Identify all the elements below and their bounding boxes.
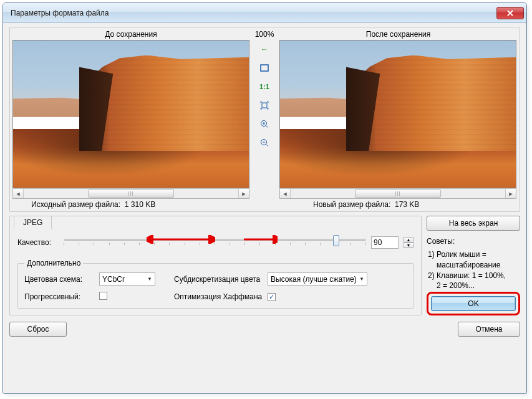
after-hscrollbar[interactable]: ◄ ► [279, 188, 516, 199]
chevron-down-icon: ▼ [147, 276, 152, 282]
advanced-legend: Дополнительно [24, 259, 83, 267]
quality-slider[interactable] [64, 234, 366, 251]
zoom-percent: 100% [249, 30, 279, 39]
before-hscrollbar[interactable]: ◄ ► [12, 188, 249, 199]
svg-rect-1 [262, 103, 267, 108]
zoom-out-icon[interactable] [259, 137, 270, 148]
cancel-button[interactable]: Отмена [458, 322, 520, 337]
original-size-label: Исходный размер файла: [31, 200, 120, 209]
label-after: После сохранения [279, 30, 517, 39]
quality-spin-up[interactable]: ▲ [404, 237, 414, 243]
tips-text: 1) Ролик мыши = масштабирование 2) Клави… [427, 249, 520, 291]
quality-input[interactable] [371, 236, 399, 249]
after-image[interactable] [279, 40, 516, 188]
settings-panel: JPEG Качество: ▲ ▼ [9, 216, 422, 315]
window-title: Параметры формата файла [11, 9, 496, 17]
before-image[interactable] [12, 40, 249, 188]
tab-jpeg[interactable]: JPEG [14, 216, 52, 229]
reset-button[interactable]: Сброс [9, 322, 67, 337]
scroll-right-icon[interactable]: ► [238, 189, 249, 198]
close-button[interactable] [496, 7, 524, 19]
scroll-right-icon[interactable]: ► [505, 189, 516, 198]
back-icon[interactable]: ← [259, 44, 270, 55]
scroll-left-icon[interactable]: ◄ [13, 189, 24, 198]
side-panel: На весь экран Советы: 1) Ролик мыши = ма… [427, 216, 520, 315]
progressive-label: Прогрессивный: [24, 292, 99, 301]
new-size-value: 173 KB [395, 200, 419, 209]
colorspace-value: YCbCr [102, 275, 125, 284]
subsampling-value: Высокая (лучше сжатие) [271, 275, 357, 284]
scroll-thumb[interactable] [88, 190, 174, 198]
huffman-label: Оптимизация Хаффмана [174, 292, 268, 301]
slider-thumb[interactable] [333, 235, 339, 246]
colorspace-dropdown[interactable]: YCbCr▼ [99, 272, 155, 286]
quality-spin-down[interactable]: ▼ [404, 243, 414, 248]
fullscreen-button[interactable]: На весь экран [427, 216, 520, 231]
zoom-in-icon[interactable] [259, 118, 270, 130]
colorspace-label: Цветовая схема: [24, 275, 99, 284]
progressive-checkbox[interactable] [99, 292, 107, 300]
titlebar: Параметры формата файла [3, 3, 526, 23]
huffman-checkbox[interactable] [268, 293, 276, 301]
preview-toolbar: ← 1:1 [249, 40, 279, 148]
subsampling-dropdown[interactable]: Высокая (лучше сжатие)▼ [268, 272, 367, 286]
fit-icon[interactable] [259, 62, 270, 74]
dialog-window: Параметры формата файла До сохранения 10… [2, 2, 527, 394]
advanced-group: Дополнительно Цветовая схема: YCbCr▼ Суб… [17, 259, 414, 309]
original-size-value: 1 310 KB [125, 200, 155, 209]
preview-panel: До сохранения 100% После сохранения ◄ ► [9, 27, 520, 212]
scroll-thumb[interactable] [355, 190, 441, 198]
scroll-left-icon[interactable]: ◄ [280, 189, 291, 198]
close-icon [507, 10, 513, 16]
actual-size-icon[interactable]: 1:1 [259, 81, 270, 92]
label-before: До сохранения [12, 30, 249, 39]
new-size-label: Новый размер файла: [313, 200, 390, 209]
tips-title: Советы: [427, 237, 520, 246]
quality-label: Качество: [17, 238, 59, 247]
chevron-down-icon: ▼ [359, 276, 364, 282]
fullscreen-icon[interactable] [259, 100, 270, 111]
subsampling-label: Субдискретизация цвета [174, 275, 268, 284]
after-image-box: ◄ ► [279, 40, 516, 199]
dialog-content: До сохранения 100% После сохранения ◄ ► [3, 23, 526, 393]
before-image-box: ◄ ► [12, 40, 249, 199]
ok-highlight: OK [427, 292, 520, 315]
svg-rect-0 [261, 65, 268, 71]
ok-button[interactable]: OK [431, 296, 516, 311]
